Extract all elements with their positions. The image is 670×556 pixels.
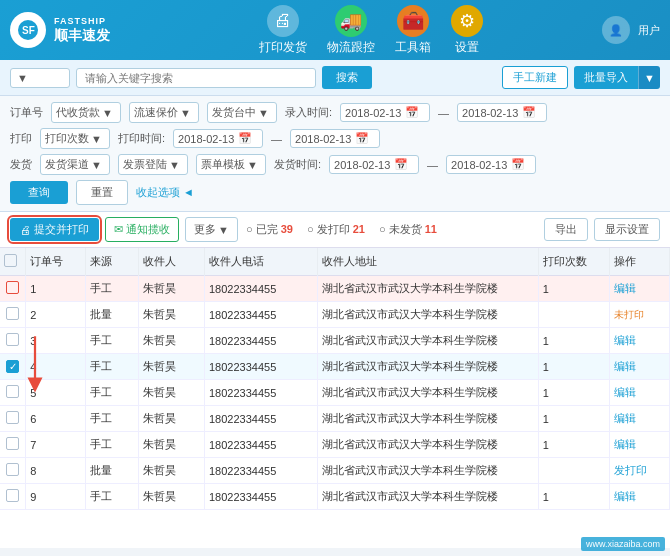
row-checkbox-cell <box>0 432 26 458</box>
display-settings-button[interactable]: 显示设置 <box>594 218 660 241</box>
row-receiver: 朱哲昊 <box>139 328 205 354</box>
advanced-link[interactable]: 收起选项 ◄ <box>136 185 194 200</box>
row-action[interactable]: 编辑 <box>610 328 670 354</box>
row-address: 湖北省武汉市武汉大学本科生学院楼 <box>318 276 539 302</box>
manual-new-button[interactable]: 手工新建 <box>502 66 568 89</box>
row-order: 5 <box>26 380 86 406</box>
export-button[interactable]: 导出 <box>544 218 588 241</box>
row-receiver: 朱哲昊 <box>139 302 205 328</box>
tab-unshipped[interactable]: ○ 未发货 11 <box>379 222 437 237</box>
price-select[interactable]: 流速保价▼ <box>129 102 199 123</box>
search-type-dropdown[interactable]: ▼ <box>10 68 70 88</box>
row-order: 4 <box>26 354 86 380</box>
row-checkbox[interactable] <box>6 411 19 424</box>
table-row: 5 手工 朱哲昊 18022334455 湖北省武汉市武汉大学本科生学院楼 1 … <box>0 380 670 406</box>
print-nav-icon: 🖨 <box>267 5 299 37</box>
row-action[interactable]: 发打印 <box>610 458 670 484</box>
notify-button[interactable]: ✉ 通知揽收 <box>105 217 179 242</box>
row-address: 湖北省武汉市武汉大学本科生学院楼 <box>318 380 539 406</box>
order-type-select[interactable]: 代收货款▼ <box>51 102 121 123</box>
col-header-order: 订单号 <box>26 248 86 276</box>
row-print-count: 1 <box>538 406 610 432</box>
send-channel-select[interactable]: 发货渠道▼ <box>40 154 110 175</box>
row-source: 批量 <box>85 458 139 484</box>
row-print-count: 1 <box>538 432 610 458</box>
order-label: 订单号 <box>10 105 43 120</box>
row-checkbox[interactable] <box>6 281 19 294</box>
search-bar: ▼ 搜索 手工新建 批量导入 ▼ <box>0 60 670 96</box>
search-input[interactable] <box>76 68 316 88</box>
row-checkbox[interactable] <box>6 489 19 502</box>
col-header-source: 来源 <box>85 248 139 276</box>
row-phone: 18022334455 <box>204 328 317 354</box>
reset-button[interactable]: 重置 <box>76 180 128 205</box>
tab-print-sent[interactable]: ○ 发打印 21 <box>307 222 365 237</box>
row-checkbox-cell <box>0 484 26 510</box>
print-date-end[interactable]: 2018-02-13📅 <box>290 129 380 148</box>
nav-settings[interactable]: ⚙ 设置 <box>451 5 483 56</box>
table-row: 1 手工 朱哲昊 18022334455 湖北省武汉市武汉大学本科生学院楼 1 … <box>0 276 670 302</box>
row-checkbox[interactable] <box>6 437 19 450</box>
tab-completed[interactable]: ○ 已完 39 <box>246 222 293 237</box>
avatar: 👤 <box>602 16 630 44</box>
row-source: 手工 <box>85 380 139 406</box>
row-checkbox[interactable] <box>6 307 19 320</box>
row-action[interactable]: 编辑 <box>610 380 670 406</box>
action-edit[interactable]: 编辑 <box>614 334 636 346</box>
nav-logistics[interactable]: 🚚 物流跟控 <box>327 5 375 56</box>
action-print[interactable]: 发打印 <box>614 464 647 476</box>
send-label: 发货 <box>10 157 32 172</box>
row-address: 湖北省武汉市武汉大学本科生学院楼 <box>318 484 539 510</box>
nav-print[interactable]: 🖨 打印发货 <box>259 5 307 56</box>
row-action[interactable]: 编辑 <box>610 354 670 380</box>
send-date-start[interactable]: 2018-02-13📅 <box>329 155 419 174</box>
date-sep-2: — <box>271 133 282 145</box>
batch-import-arrow[interactable]: ▼ <box>638 66 660 89</box>
row-action[interactable]: 编辑 <box>610 432 670 458</box>
row-print-count: 1 <box>538 276 610 302</box>
action-edit[interactable]: 编辑 <box>614 490 636 502</box>
row-print-count: 1 <box>538 328 610 354</box>
action-edit[interactable]: 编辑 <box>614 360 636 372</box>
row-checkbox[interactable] <box>6 333 19 346</box>
action-edit[interactable]: 编辑 <box>614 282 636 294</box>
row-checkbox[interactable] <box>6 385 19 398</box>
row-action[interactable]: 编辑 <box>610 276 670 302</box>
invoice-select[interactable]: 发票登陆▼ <box>118 154 188 175</box>
recv-select[interactable]: 发货台中▼ <box>207 102 277 123</box>
row-order: 1 <box>26 276 86 302</box>
template-select[interactable]: 票单模板▼ <box>196 154 266 175</box>
action-edit[interactable]: 编辑 <box>614 438 636 450</box>
action-edit[interactable]: 编辑 <box>614 412 636 424</box>
row-source: 手工 <box>85 354 139 380</box>
row-address: 湖北省武汉市武汉大学本科生学院楼 <box>318 354 539 380</box>
action-edit[interactable]: 编辑 <box>614 386 636 398</box>
search-button[interactable]: 搜索 <box>322 66 372 89</box>
entry-date-end[interactable]: 2018-02-13📅 <box>457 103 547 122</box>
watermark: www.xiazaiba.com <box>581 537 665 551</box>
more-button[interactable]: 更多 ▼ <box>185 217 238 242</box>
select-all-checkbox[interactable] <box>4 254 17 267</box>
row-action[interactable]: 编辑 <box>610 484 670 510</box>
row-action[interactable]: 未打印 <box>610 302 670 328</box>
row-checkbox[interactable] <box>6 463 19 476</box>
row-print-count: 1 <box>538 354 610 380</box>
nav-tools[interactable]: 🧰 工具箱 <box>395 5 431 56</box>
table-row: 7 手工 朱哲昊 18022334455 湖北省武汉市武汉大学本科生学院楼 1 … <box>0 432 670 458</box>
print-open-button[interactable]: 🖨 提交并打印 <box>10 218 99 241</box>
row-source: 手工 <box>85 484 139 510</box>
table-right-btns: 导出 显示设置 <box>544 218 660 241</box>
row-checkbox[interactable]: ✓ <box>6 360 19 373</box>
batch-import-button[interactable]: 批量导入 <box>574 66 638 89</box>
row-receiver: 朱哲昊 <box>139 380 205 406</box>
row-order: 3 <box>26 328 86 354</box>
query-button[interactable]: 查询 <box>10 181 68 204</box>
row-phone: 18022334455 <box>204 302 317 328</box>
entry-date-start[interactable]: 2018-02-13📅 <box>340 103 430 122</box>
print-select[interactable]: 打印次数▼ <box>40 128 110 149</box>
row-checkbox-cell <box>0 380 26 406</box>
send-date-end[interactable]: 2018-02-13📅 <box>446 155 536 174</box>
print-date-start[interactable]: 2018-02-13📅 <box>173 129 263 148</box>
table-row: 2 批量 朱哲昊 18022334455 湖北省武汉市武汉大学本科生学院楼 未打… <box>0 302 670 328</box>
row-action[interactable]: 编辑 <box>610 406 670 432</box>
